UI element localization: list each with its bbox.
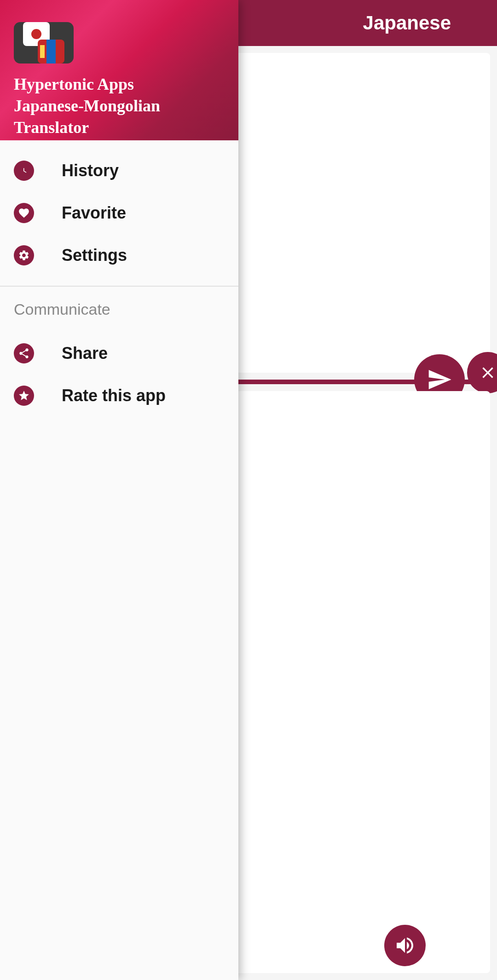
menu-item-rate[interactable]: Rate this app bbox=[0, 375, 238, 417]
menu-item-settings[interactable]: Settings bbox=[0, 234, 238, 277]
mongolia-flag-icon bbox=[38, 40, 64, 63]
section-title-communicate: Communicate bbox=[0, 287, 238, 323]
close-icon bbox=[479, 363, 497, 382]
send-icon bbox=[427, 367, 452, 392]
menu-item-history[interactable]: History bbox=[0, 150, 238, 192]
menu-label: Rate this app bbox=[62, 386, 166, 405]
app-publisher: Hypertonic Apps bbox=[14, 74, 225, 95]
app-name: Japanese-Mongolian Translator bbox=[14, 95, 225, 138]
app-icon bbox=[14, 22, 74, 63]
drawer-communicate-menu: Share Rate this app bbox=[0, 323, 238, 426]
menu-label: Favorite bbox=[62, 203, 126, 223]
menu-item-favorite[interactable]: Favorite bbox=[0, 192, 238, 234]
gear-icon bbox=[14, 245, 34, 265]
menu-label: History bbox=[62, 161, 119, 180]
speak-button[interactable] bbox=[384, 925, 426, 966]
menu-label: Share bbox=[62, 344, 108, 363]
clear-button[interactable] bbox=[467, 352, 497, 393]
speaker-icon bbox=[394, 934, 416, 957]
history-icon bbox=[14, 161, 34, 181]
star-icon bbox=[14, 386, 34, 406]
share-icon bbox=[14, 343, 34, 363]
drawer-header: Hypertonic Apps Japanese-Mongolian Trans… bbox=[0, 0, 238, 140]
heart-icon bbox=[14, 203, 34, 223]
drawer-menu: History Favorite Settings bbox=[0, 140, 238, 286]
menu-item-share[interactable]: Share bbox=[0, 332, 238, 375]
drawer-title: Hypertonic Apps Japanese-Mongolian Trans… bbox=[14, 74, 225, 138]
header-language-label[interactable]: Japanese bbox=[363, 12, 451, 34]
navigation-drawer: Hypertonic Apps Japanese-Mongolian Trans… bbox=[0, 0, 238, 980]
menu-label: Settings bbox=[62, 246, 127, 265]
